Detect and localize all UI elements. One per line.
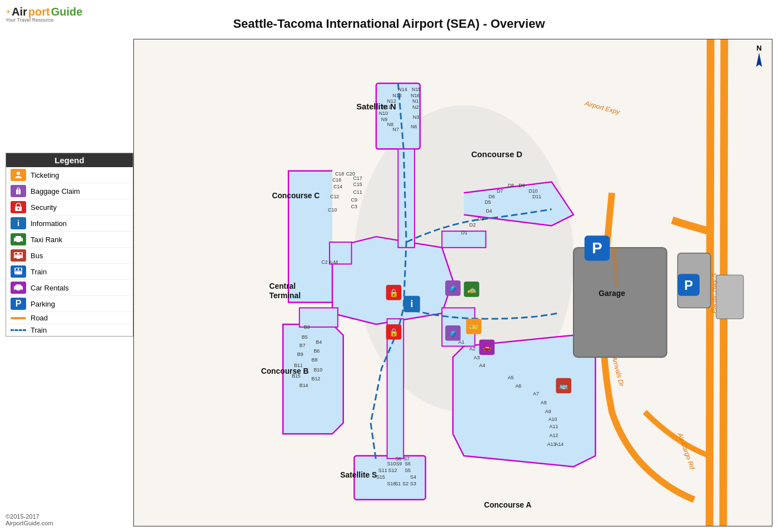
svg-rect-35 bbox=[573, 248, 667, 357]
legend-title: Legend bbox=[6, 153, 133, 167]
legend-item-road: Road bbox=[6, 312, 133, 324]
svg-text:D4: D4 bbox=[486, 208, 492, 214]
svg-text:B5: B5 bbox=[302, 334, 308, 340]
svg-point-23 bbox=[14, 289, 17, 292]
svg-text:D6: D6 bbox=[488, 194, 495, 199]
legend-label-road: Road bbox=[31, 314, 48, 322]
svg-text:A11: A11 bbox=[550, 424, 558, 429]
svg-text:A4: A4 bbox=[479, 363, 485, 368]
train-icon bbox=[11, 265, 26, 278]
svg-text:B12: B12 bbox=[311, 376, 320, 382]
svg-text:C2 A-M: C2 A-M bbox=[321, 259, 338, 265]
svg-text:A3: A3 bbox=[473, 355, 480, 360]
bus-icon bbox=[11, 249, 26, 262]
svg-text:A14: A14 bbox=[555, 441, 563, 447]
copyright: ©2015-2017 AirportGuide.com bbox=[6, 513, 53, 526]
legend-item-taxi: Taxi Rank bbox=[6, 232, 133, 248]
svg-rect-37 bbox=[716, 275, 744, 319]
legend-label-bus: Bus bbox=[31, 252, 43, 260]
legend-label-trainline: Train bbox=[31, 326, 47, 334]
legend-item-security: Security bbox=[6, 199, 133, 215]
legend-item-train: Train bbox=[6, 264, 133, 280]
legend-item-parking: P Parking bbox=[6, 296, 133, 312]
svg-text:🚌: 🚌 bbox=[559, 382, 568, 390]
ticketing-icon bbox=[11, 169, 26, 181]
svg-text:B14: B14 bbox=[300, 383, 308, 388]
svg-text:C17: C17 bbox=[353, 175, 362, 181]
svg-text:D11: D11 bbox=[532, 194, 541, 199]
taxi-icon bbox=[11, 233, 26, 245]
svg-text:🔒: 🔒 bbox=[389, 288, 399, 298]
copyright-text: ©2015-2017 bbox=[6, 513, 53, 520]
svg-text:Central: Central bbox=[270, 282, 296, 290]
svg-text:B7: B7 bbox=[300, 343, 306, 348]
legend-label-train: Train bbox=[31, 268, 47, 276]
svg-text:D2: D2 bbox=[470, 222, 476, 228]
svg-text:🔒: 🔒 bbox=[389, 328, 399, 337]
svg-text:B11: B11 bbox=[294, 363, 303, 368]
svg-text:C15: C15 bbox=[353, 182, 362, 187]
svg-text:S6: S6 bbox=[405, 461, 411, 466]
svg-text:A8: A8 bbox=[541, 400, 547, 405]
road-line-icon bbox=[11, 317, 26, 319]
svg-point-8 bbox=[20, 241, 22, 243]
svg-rect-17 bbox=[16, 268, 18, 270]
svg-text:C16: C16 bbox=[332, 177, 341, 183]
svg-text:A2: A2 bbox=[470, 346, 476, 352]
legend-label-security: Security bbox=[31, 203, 57, 212]
svg-point-4 bbox=[18, 208, 19, 210]
svg-text:C14: C14 bbox=[333, 184, 342, 189]
svg-rect-30 bbox=[387, 319, 404, 459]
legend-item-ticketing: Ticketing bbox=[6, 167, 133, 183]
svg-text:N13: N13 bbox=[392, 93, 401, 98]
svg-text:C3: C3 bbox=[351, 204, 357, 209]
train-line-icon bbox=[11, 329, 26, 331]
svg-text:S10: S10 bbox=[387, 461, 396, 466]
svg-text:A5: A5 bbox=[508, 375, 514, 380]
svg-text:A10: A10 bbox=[548, 416, 557, 422]
svg-text:S8: S8 bbox=[395, 456, 401, 461]
svg-text:S9: S9 bbox=[396, 461, 402, 466]
svg-text:Garage: Garage bbox=[599, 289, 625, 298]
svg-point-24 bbox=[20, 289, 22, 292]
svg-text:N3: N3 bbox=[413, 114, 419, 120]
copyright-site: AirportGuide.com bbox=[6, 520, 53, 526]
svg-text:D3: D3 bbox=[477, 216, 483, 222]
svg-text:Satellite S: Satellite S bbox=[340, 470, 377, 479]
svg-text:P: P bbox=[592, 239, 602, 257]
legend-item-trainline: Train bbox=[6, 324, 133, 336]
svg-text:Pacific Hwy S: Pacific Hwy S bbox=[710, 273, 718, 313]
svg-text:S3: S3 bbox=[410, 481, 416, 486]
svg-text:🚕: 🚕 bbox=[467, 285, 476, 294]
svg-text:N14: N14 bbox=[398, 87, 407, 92]
map-container: N bbox=[133, 39, 772, 526]
svg-text:B8: B8 bbox=[311, 357, 317, 363]
svg-text:i: i bbox=[411, 298, 413, 309]
legend-item-bus: Bus bbox=[6, 248, 133, 264]
svg-text:D9: D9 bbox=[518, 183, 525, 188]
svg-text:S5: S5 bbox=[405, 468, 411, 473]
svg-text:Terminal: Terminal bbox=[270, 291, 301, 300]
svg-text:B15: B15 bbox=[292, 373, 301, 379]
svg-text:S2: S2 bbox=[402, 481, 408, 486]
svg-text:D7: D7 bbox=[497, 188, 503, 194]
svg-text:🧳: 🧳 bbox=[448, 329, 457, 338]
svg-text:Concourse C: Concourse C bbox=[272, 191, 320, 200]
legend-label-information: Information bbox=[31, 219, 67, 228]
svg-text:A6: A6 bbox=[515, 383, 521, 389]
page-title: Seattle-Tacoma International Airport (SE… bbox=[0, 17, 778, 31]
legend-label-ticketing: Ticketing bbox=[31, 171, 59, 179]
svg-text:A7: A7 bbox=[533, 391, 539, 397]
svg-text:🎫: 🎫 bbox=[469, 323, 478, 332]
svg-text:N6: N6 bbox=[411, 124, 417, 129]
legend-item-carrentals: Car Rentals bbox=[6, 280, 133, 296]
svg-text:B4: B4 bbox=[316, 339, 322, 345]
legend-label-taxi: Taxi Rank bbox=[31, 235, 62, 244]
svg-text:N15: N15 bbox=[412, 87, 421, 92]
svg-text:Concourse D: Concourse D bbox=[471, 150, 522, 159]
svg-text:N1: N1 bbox=[412, 98, 418, 104]
svg-point-7 bbox=[14, 241, 17, 243]
svg-text:S7: S7 bbox=[403, 456, 410, 461]
legend-label-carrentals: Car Rentals bbox=[31, 284, 69, 292]
svg-rect-12 bbox=[19, 253, 22, 254]
